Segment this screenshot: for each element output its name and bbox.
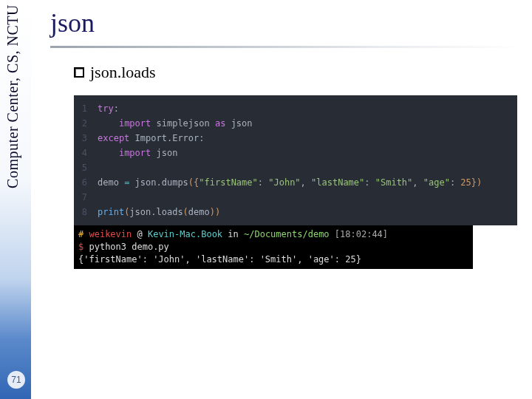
code-line: 8print(json.loads(demo)) (74, 205, 517, 219)
code-text: import json (98, 146, 177, 160)
line-number: 7 (74, 190, 98, 205)
slide-sidebar: Computer Center, CS, NCTU (0, 0, 31, 399)
slide-title: json (50, 7, 523, 38)
terminal-line: # weikevin @ Kevin-Mac.Book in ~/Documen… (78, 228, 468, 241)
page-number-badge: 71 (7, 371, 25, 389)
bullet-item: json.loads (74, 63, 523, 82)
code-text: print(json.loads(demo)) (98, 205, 220, 219)
code-line: 4 import json (74, 146, 517, 160)
terminal-line: {'firstName': 'John', 'lastName': 'Smith… (78, 253, 468, 266)
bullet-label: json.loads (90, 63, 156, 82)
code-line: 3except Import.Error: (74, 131, 517, 146)
code-text: import simplejson as json (98, 116, 253, 131)
code-text: try: (98, 101, 119, 116)
code-editor-block: 1try:2 import simplejson as json3except … (74, 95, 517, 225)
line-number: 5 (74, 160, 98, 175)
line-number: 4 (74, 146, 98, 160)
terminal-block: # weikevin @ Kevin-Mac.Book in ~/Documen… (74, 225, 473, 269)
sidebar-org-label: Computer Center, CS, NCTU (4, 4, 21, 188)
line-number: 1 (74, 101, 98, 116)
title-divider (50, 46, 523, 48)
line-number: 6 (74, 175, 98, 190)
terminal-line: $ python3 demo.py (78, 241, 468, 253)
code-line: 6demo = json.dumps({"firstName": "John",… (74, 175, 517, 190)
code-text: except Import.Error: (98, 131, 205, 146)
code-text: demo = json.dumps({"firstName": "John", … (98, 175, 482, 190)
line-number: 8 (74, 205, 98, 219)
line-number: 2 (74, 116, 98, 131)
code-line: 7 (74, 190, 517, 205)
line-number: 3 (74, 131, 98, 146)
code-line: 5 (74, 160, 517, 175)
code-line: 2 import simplejson as json (74, 116, 517, 131)
code-line: 1try: (74, 101, 517, 116)
slide-content: json json.loads 1try:2 import simplejson… (44, 7, 523, 269)
square-bullet-icon (74, 67, 84, 78)
